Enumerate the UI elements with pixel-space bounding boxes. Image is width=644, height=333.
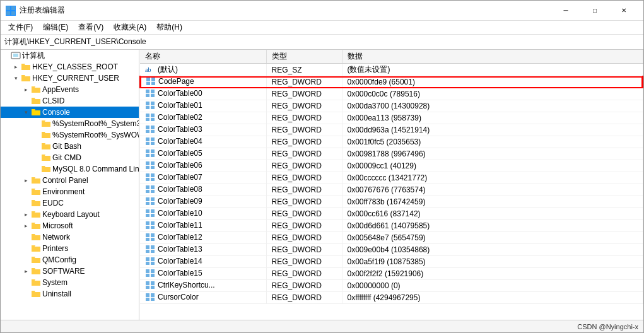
- tree-label-keyboardlayout: Keyboard Layout: [42, 210, 100, 219]
- reg-icon-colortable09: [145, 197, 155, 207]
- col-header-data[interactable]: 数据: [342, 50, 643, 64]
- tree-item-gitcmd[interactable]: Git CMD: [1, 152, 139, 163]
- cell-name-colortable01: ColorTable01: [140, 100, 266, 112]
- cell-type-colortable02: REG_DWORD: [266, 112, 342, 124]
- table-row-colortable10[interactable]: ColorTable10REG_DWORD0x000cc616 (837142): [140, 208, 643, 220]
- table-row-colortable14[interactable]: ColorTable14REG_DWORD0x00a5f1f9 (1087538…: [140, 256, 643, 268]
- close-button[interactable]: ✕: [609, 1, 638, 21]
- menu-file[interactable]: 文件(F): [3, 21, 38, 34]
- tree-item-printers[interactable]: Printers: [1, 243, 139, 254]
- tree-item-gitbash[interactable]: Git Bash: [1, 141, 139, 152]
- menu-view[interactable]: 查看(V): [73, 21, 108, 34]
- tree-label-software: SOFTWARE: [42, 267, 85, 276]
- address-text: 计算机\HKEY_CURRENT_USER\Console: [4, 37, 640, 47]
- tree-item-powershell32[interactable]: %SystemRoot%_System32_WindowsPowerShell_…: [1, 118, 139, 129]
- col-header-type[interactable]: 类型: [266, 50, 342, 64]
- menu-help[interactable]: 帮助(H): [151, 21, 187, 34]
- cell-type-colortable00: REG_DWORD: [266, 88, 342, 100]
- folder-icon-gitcmd: [41, 153, 51, 163]
- cell-type-colortable05: REG_DWORD: [266, 148, 342, 160]
- svg-rect-3: [11, 11, 15, 15]
- tree-item-hkey_classes_root[interactable]: ▸HKEY_CLASSES_ROOT: [1, 61, 139, 73]
- svg-rect-9: [146, 82, 150, 85]
- cell-data-colortable02: 0x000ea113 (958739): [342, 112, 643, 124]
- table-row-colortable01[interactable]: ColorTable01REG_DWORD0x00da3700 (1430092…: [140, 100, 643, 112]
- tree-item-software[interactable]: ▸SOFTWARE: [1, 266, 139, 277]
- svg-rect-81: [146, 298, 149, 301]
- cell-name-ctrlkeyshortcu: CtrlKeyShortcu...: [140, 280, 266, 292]
- folder-icon-system: [31, 278, 41, 288]
- table-row-codepage[interactable]: CodePageREG_DWORD0x0000fde9 (65001): [140, 76, 643, 88]
- tree-item-qmconfig[interactable]: QMConfig: [1, 254, 139, 266]
- tree-label-gitbash: Git Bash: [52, 142, 81, 151]
- svg-rect-36: [151, 161, 155, 165]
- svg-rect-7: [146, 78, 150, 81]
- table-row-colortable05[interactable]: ColorTable05REG_DWORD0x00981788 (9967496…: [140, 148, 643, 160]
- table-row-colortable09[interactable]: ColorTable09REG_DWORD0x00ff783b (1674245…: [140, 196, 643, 208]
- table-row-colortable02[interactable]: ColorTable02REG_DWORD0x000ea113 (958739): [140, 112, 643, 124]
- tree-item-eudc[interactable]: EUDC: [1, 197, 139, 209]
- tree-item-environment[interactable]: Environment: [1, 186, 139, 197]
- table-row-cursorcolor[interactable]: CursorColorREG_DWORD0xffffffff (42949672…: [140, 292, 643, 304]
- reg-icon-colortable14: [145, 257, 155, 267]
- tree-item-network[interactable]: Network: [1, 231, 139, 243]
- menu-favorites[interactable]: 收藏夹(A): [108, 21, 151, 34]
- tree-label-microsoft: Microsoft: [42, 221, 73, 230]
- table-row-colortable08[interactable]: ColorTable08REG_DWORD0x00767676 (7763574…: [140, 184, 643, 196]
- cell-type-colortable12: REG_DWORD: [266, 232, 342, 244]
- table-row-ctrlkeyshortcu[interactable]: CtrlKeyShortcu...REG_DWORD0x00000000 (0): [140, 280, 643, 292]
- svg-rect-38: [151, 166, 155, 169]
- menu-edit[interactable]: 编辑(E): [38, 21, 73, 34]
- tree-item-system[interactable]: System: [1, 277, 139, 288]
- table-row-colortable04[interactable]: ColorTable04REG_DWORD0x001f0fc5 (2035653…: [140, 136, 643, 148]
- svg-rect-66: [151, 250, 155, 253]
- tree-item-mysql[interactable]: MySQL 8.0 Command Line Client - Unicode: [1, 163, 139, 175]
- svg-rect-72: [151, 269, 155, 273]
- table-row-colortable11[interactable]: ColorTable11REG_DWORD0x00d6d661 (1407958…: [140, 220, 643, 232]
- tree-item-uninstall[interactable]: Uninstall: [1, 288, 139, 300]
- tree-item-controlpanel[interactable]: ▸Control Panel: [1, 175, 139, 186]
- table-row-colortable15[interactable]: ColorTable15REG_DWORD0x00f2f2f2 (1592190…: [140, 268, 643, 280]
- reg-icon-colortable11: [145, 221, 155, 231]
- tree-label-qmconfig: QMConfig: [42, 255, 76, 264]
- col-header-name[interactable]: 名称: [140, 50, 266, 64]
- tree-item-keyboardlayout[interactable]: ▸Keyboard Layout: [1, 209, 139, 220]
- tree-item-powershell64[interactable]: %SystemRoot%_SysWOW64_WindowsPowerShell_…: [1, 129, 139, 141]
- svg-rect-8: [151, 78, 155, 81]
- tree-label-powershell32: %SystemRoot%_System32_WindowsPowerShell_…: [52, 119, 139, 128]
- cell-name-colortable14: ColorTable14: [140, 256, 266, 268]
- tree-item-hkey_current_user[interactable]: ▾HKEY_CURRENT_USER: [1, 73, 139, 84]
- tree-item-appevents[interactable]: ▸AppEvents: [1, 84, 139, 95]
- table-row-colortable07[interactable]: ColorTable07REG_DWORD0x00cccccc (1342177…: [140, 172, 643, 184]
- cell-type-ctrlkeyshortcu: REG_DWORD: [266, 280, 342, 292]
- table-row-colortable03[interactable]: ColorTable03REG_DWORD0x00dd963a (1452191…: [140, 124, 643, 136]
- folder-icon-network: [31, 232, 41, 242]
- svg-rect-21: [146, 118, 149, 121]
- tree-item-computer[interactable]: 计算机: [1, 50, 139, 61]
- registry-table-scroll[interactable]: 名称 类型 数据 ab(默认)REG_SZ(数值未设置)CodePageREG_…: [139, 50, 643, 320]
- svg-rect-0: [6, 6, 10, 10]
- cell-type-colortable06: REG_DWORD: [266, 160, 342, 172]
- maximize-button[interactable]: □: [580, 1, 609, 21]
- svg-rect-19: [146, 114, 149, 117]
- reg-icon-colortable07: [145, 173, 155, 183]
- table-row-default[interactable]: ab(默认)REG_SZ(数值未设置): [140, 64, 643, 76]
- tree-label-powershell64: %SystemRoot%_SysWOW64_WindowsPowerShell_…: [52, 131, 139, 139]
- cell-data-colortable13: 0x009e00b4 (10354868): [342, 244, 643, 256]
- minimize-button[interactable]: ─: [551, 1, 580, 21]
- svg-rect-13: [146, 94, 149, 97]
- cell-type-colortable03: REG_DWORD: [266, 124, 342, 136]
- tree-item-microsoft[interactable]: ▸Microsoft: [1, 220, 139, 231]
- svg-rect-49: [146, 202, 149, 205]
- tree-item-clsid[interactable]: CLSID: [1, 95, 139, 107]
- svg-rect-59: [146, 233, 149, 237]
- tree-item-console[interactable]: ▾Console: [1, 107, 139, 118]
- table-row-colortable12[interactable]: ColorTable12REG_DWORD0x005648e7 (5654759…: [140, 232, 643, 244]
- folder-icon-printers: [31, 243, 41, 254]
- reg-icon-colortable06: [145, 161, 155, 171]
- tree-label-computer: 计算机: [22, 50, 45, 61]
- tree-panel[interactable]: 计算机▸HKEY_CLASSES_ROOT▾HKEY_CURRENT_USER▸…: [1, 50, 139, 320]
- table-row-colortable00[interactable]: ColorTable00REG_DWORD0x000c0c0c (789516): [140, 88, 643, 100]
- table-row-colortable06[interactable]: ColorTable06REG_DWORD0x00009cc1 (40129): [140, 160, 643, 172]
- table-row-colortable13[interactable]: ColorTable13REG_DWORD0x009e00b4 (1035486…: [140, 244, 643, 256]
